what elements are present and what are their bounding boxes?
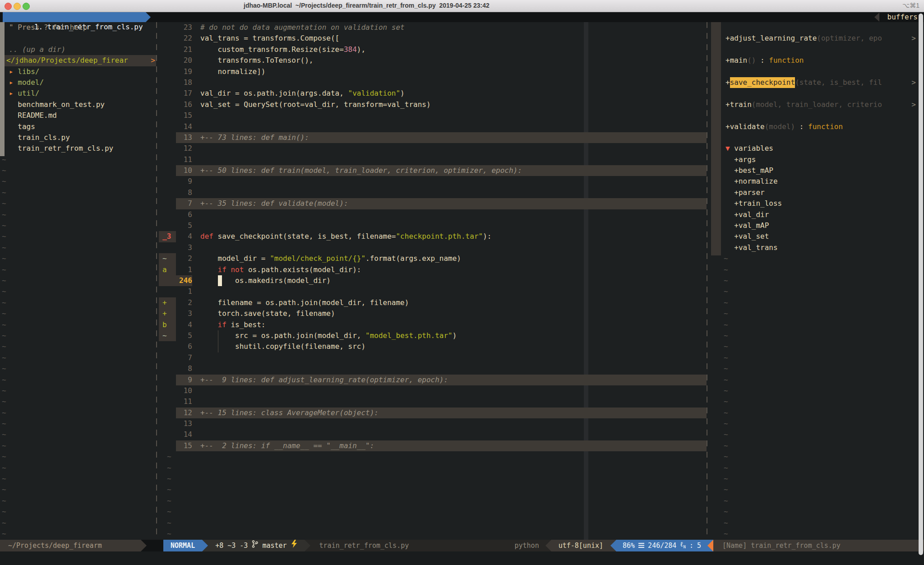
code-line[interactable]: 9+-- 9 lines: def adjust_learning_rate(o… [159, 375, 707, 385]
tree-item[interactable]: </jdhao/Projects/deep_firear> [0, 55, 156, 66]
tree-item[interactable]: train_retr_from_cls.py [0, 143, 156, 154]
tag-item[interactable]: +parser [721, 187, 918, 198]
code-line[interactable]: 9 [159, 176, 707, 187]
tag-item[interactable] [721, 110, 918, 121]
git-added-count: +8 [215, 540, 223, 551]
minimize-button[interactable] [14, 3, 21, 10]
code-line[interactable]: 14 [159, 121, 707, 132]
tag-item[interactable] [721, 132, 918, 143]
window-scrollbar[interactable] [919, 14, 923, 555]
tag-item[interactable]: +validate(model) : function [721, 121, 918, 132]
zoom-button[interactable] [23, 3, 30, 10]
code-line[interactable]: 20 transforms.ToTensor(), [159, 55, 707, 66]
tag-item: ~ [721, 341, 918, 352]
code-line[interactable]: +3 torch.save(state, filename) [159, 308, 707, 319]
tag-item[interactable] [721, 44, 918, 55]
code-line[interactable]: _34def save_checkpoint(state, is_best, f… [159, 231, 707, 242]
tag-item[interactable]: +args [721, 154, 918, 165]
tree-item: ~ [0, 528, 156, 539]
code-line[interactable]: 14 [159, 429, 707, 440]
tab-train-retr-from-cls[interactable]: 1. train_retr_from_cls.py [3, 12, 146, 22]
code-line[interactable]: b4 if is_best: [159, 320, 707, 330]
tag-item[interactable] [721, 22, 918, 33]
window-separator-left[interactable] [156, 22, 157, 540]
code-line[interactable]: 12 [159, 143, 707, 154]
line-position: 246/284 [648, 540, 676, 551]
tag-item[interactable]: +main() : function [721, 55, 918, 66]
tree-item[interactable] [0, 33, 156, 44]
tag-item: ~ [721, 308, 918, 319]
code-line[interactable]: 5 [159, 220, 707, 231]
close-button[interactable] [5, 3, 12, 10]
tree-item: ~ [0, 165, 156, 176]
code-line[interactable]: 246 os.makedirs(model_dir) [159, 275, 707, 286]
code-line[interactable]: 7 [159, 352, 707, 363]
code-line[interactable]: 18 [159, 77, 707, 88]
nerdtree-statusline: ~/Projects/deep_firearm [0, 540, 163, 551]
tree-item[interactable]: ▸ model/ [0, 77, 156, 88]
tag-item[interactable]: +val_set [721, 231, 918, 242]
tree-item[interactable]: train_cls.py [0, 132, 156, 143]
tag-item[interactable]: +val_dir [721, 209, 918, 220]
code-line[interactable]: 8 [159, 187, 707, 198]
tree-item[interactable]: benchmark_on_test.py [0, 99, 156, 110]
code-line[interactable]: 11 [159, 154, 707, 165]
tag-item[interactable]: +save_checkpoint(state, is_best, fil> [721, 77, 918, 88]
tagbar-pane: +adjust_learning_rate(optimizer, epo>+ma… [721, 22, 918, 540]
code-line[interactable]: 23# do not do data augmentation on valid… [159, 22, 707, 33]
tag-item[interactable] [721, 88, 918, 99]
code-line[interactable]: 1 [159, 286, 707, 297]
command-line[interactable] [0, 551, 924, 565]
code-line[interactable]: 13+-- 73 lines: def main(): [159, 132, 707, 143]
code-line[interactable]: 19 normalize]) [159, 66, 707, 77]
tree-item[interactable]: .. (up a dir) [0, 44, 156, 55]
code-line[interactable]: 10+-- 50 lines: def train(model, train_l… [159, 165, 707, 176]
code-line[interactable]: 15 [159, 110, 707, 121]
tag-item[interactable]: +val_mAP [721, 220, 918, 231]
tagbar-scrollbar[interactable] [711, 22, 721, 255]
tag-item[interactable]: +adjust_learning_rate(optimizer, epo> [721, 33, 918, 44]
code-line[interactable]: 6 shutil.copyfile(filename, src) [159, 341, 707, 352]
code-line[interactable]: 12+-- 15 lines: class AverageMeter(objec… [159, 408, 707, 418]
code-line[interactable]: ~5 src = os.path.join(model_dir, "model_… [159, 330, 707, 341]
tag-item: ~ [721, 363, 918, 374]
tag-item[interactable]: ▼ variables [721, 143, 918, 154]
tag-item[interactable]: +train(model, train_loader, criterio> [721, 99, 918, 110]
code-line[interactable]: 15+-- 2 lines: if __name__ == "__main__"… [159, 440, 707, 451]
tree-item[interactable]: README.md [0, 110, 156, 121]
code-line[interactable]: 7+-- 35 lines: def validate(model): [159, 198, 707, 209]
code-line[interactable]: 16val_set = QuerySet(root=val_dir, trans… [159, 99, 707, 110]
tree-item: ~ [0, 242, 156, 253]
code-line[interactable]: 22val_trans = transforms.Compose([ [159, 33, 707, 44]
tag-item[interactable]: +best_mAP [721, 165, 918, 176]
tree-item[interactable]: ▸ util/ [0, 88, 156, 99]
tag-item: ~ [721, 320, 918, 330]
code-line[interactable]: +2 filename = os.path.join(model_dir, fi… [159, 297, 707, 308]
buffers-label: buffers [887, 12, 918, 22]
code-line: ~ [159, 496, 707, 506]
code-line[interactable]: 11 [159, 396, 707, 407]
macos-titlebar: jdhao-MBP.local ~/Projects/deep_firearm/… [0, 0, 924, 12]
code-line[interactable]: 13 [159, 418, 707, 429]
tag-item: ~ [721, 297, 918, 308]
tag-item[interactable]: +val_trans [721, 242, 918, 253]
tag-item[interactable] [721, 66, 918, 77]
tree-item: ~ [0, 440, 156, 451]
tree-item[interactable]: " Press ? for help [0, 22, 156, 33]
tree-item[interactable]: ▸ libs/ [0, 66, 156, 77]
tree-item[interactable]: tags [0, 121, 156, 132]
code-line[interactable]: a1 if not os.path.exists(model_dir): [159, 264, 707, 275]
code-line[interactable]: 17val_dir = os.path.join(args.data, "val… [159, 88, 707, 99]
code-line[interactable]: 3 [159, 242, 707, 253]
tag-item[interactable]: +normalize [721, 176, 918, 187]
code-line[interactable]: 8 [159, 363, 707, 374]
tag-item: ~ [721, 463, 918, 473]
tree-item: ~ [0, 209, 156, 220]
code-line[interactable]: 10 [159, 385, 707, 396]
nerdtree-scrollbar[interactable] [0, 22, 5, 156]
window-separator-right[interactable] [707, 22, 707, 540]
code-line[interactable]: 6 [159, 209, 707, 220]
code-line[interactable]: ~2 model_dir = "model/check_point/{}".fo… [159, 253, 707, 264]
tag-item[interactable]: +train_loss [721, 198, 918, 209]
code-line[interactable]: 21 custom_transform.Resize(size=384), [159, 44, 707, 55]
